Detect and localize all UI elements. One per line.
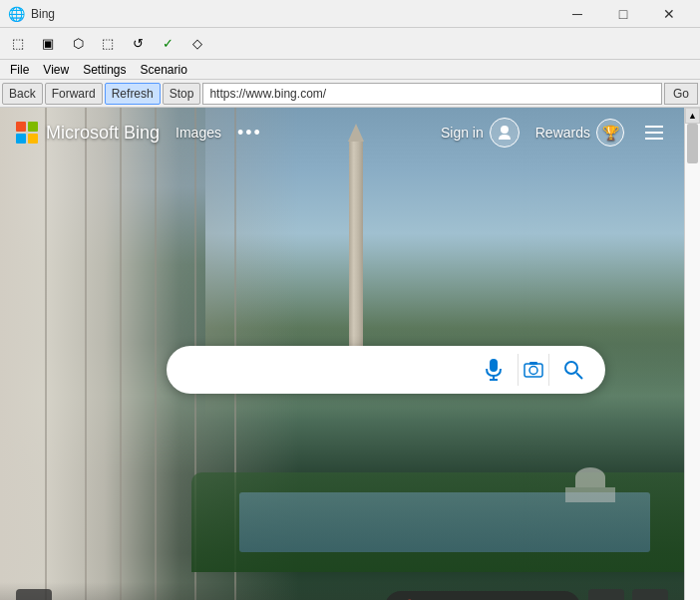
scroll-thumb[interactable] (687, 124, 698, 163)
bing-navbar: Microsoft Bing Images ••• Sign in Reward… (0, 108, 684, 157)
window-title: Bing (31, 7, 55, 21)
svg-point-8 (529, 367, 537, 375)
refresh-button[interactable]: Refresh (105, 83, 161, 105)
carousel-next-button[interactable]: › (632, 589, 668, 600)
close-button[interactable]: ✕ (646, 0, 692, 28)
bing-page: Microsoft Bing Images ••• Sign in Reward… (0, 108, 684, 600)
logo-green (28, 122, 38, 132)
forward-button[interactable]: Forward (45, 83, 103, 105)
sign-in-button[interactable]: Sign in (441, 118, 520, 148)
search-icon (563, 360, 583, 380)
microphone-button[interactable] (478, 354, 510, 386)
icon-btn-7[interactable]: ◇ (183, 30, 211, 58)
svg-rect-3 (645, 138, 663, 140)
scroll-track[interactable] (685, 124, 700, 600)
search-button[interactable] (557, 354, 589, 386)
logo-yellow (28, 134, 38, 144)
user-icon (497, 125, 513, 141)
images-link[interactable]: Images (175, 125, 221, 141)
icon-btn-3[interactable]: ⬡ (64, 30, 92, 58)
logo-blue (16, 134, 26, 144)
search-bar (167, 346, 605, 394)
rewards-button[interactable]: Rewards 🏆 (535, 119, 624, 147)
title-bar: 🌐 Bing ─ □ ✕ (0, 0, 700, 28)
svg-rect-9 (529, 362, 537, 365)
go-button[interactable]: Go (664, 83, 698, 105)
search-bar-container (167, 346, 605, 394)
svg-line-11 (576, 373, 582, 379)
window-icon: 🌐 (8, 6, 25, 22)
menu-file[interactable]: File (4, 60, 35, 80)
bing-logo-text: Microsoft Bing (46, 123, 160, 144)
icon-btn-4[interactable]: ⬚ (94, 30, 122, 58)
icon-btn-6[interactable]: ✓ (154, 30, 181, 58)
sign-in-label: Sign in (441, 125, 484, 141)
back-button[interactable]: Back (2, 83, 43, 105)
address-input[interactable] (202, 83, 662, 105)
logo-red (16, 122, 26, 132)
microsoft-logo (16, 122, 38, 144)
hamburger-icon (645, 126, 663, 140)
search-input[interactable] (182, 361, 470, 379)
icon-btn-1[interactable]: ⬚ (4, 30, 32, 58)
capitol-area (565, 467, 615, 502)
menu-settings[interactable]: Settings (77, 60, 132, 80)
menu-bar: File View Settings Scenario (0, 60, 700, 80)
svg-rect-2 (645, 132, 663, 134)
avatar-circle (490, 118, 520, 148)
hamburger-button[interactable] (640, 119, 668, 147)
menu-view[interactable]: View (37, 60, 75, 80)
minimize-button[interactable]: ─ (554, 0, 600, 28)
presidents-day-badge[interactable]: 📍 Happy Presidents Day (385, 591, 580, 600)
rewards-icon: 🏆 (596, 119, 624, 147)
svg-point-10 (565, 362, 577, 374)
scroll-down-button[interactable]: ∨ (16, 589, 52, 600)
scroll-up-button[interactable]: ▲ (685, 108, 700, 124)
svg-point-0 (501, 126, 509, 134)
rewards-label: Rewards (535, 125, 590, 141)
image-search-button[interactable] (518, 354, 549, 386)
microphone-icon (485, 359, 503, 381)
svg-rect-1 (645, 126, 663, 128)
nav-dots[interactable]: ••• (237, 123, 262, 144)
title-bar-left: 🌐 Bing (8, 6, 55, 22)
icon-bar: ⬚ ▣ ⬡ ⬚ ↺ ✓ ◇ (0, 28, 700, 60)
stop-button[interactable]: Stop (163, 83, 201, 105)
scrollbar: ▲ ▼ (684, 108, 700, 600)
icon-btn-2[interactable]: ▣ (34, 30, 62, 58)
address-bar-row: Back Forward Refresh Stop Go (0, 80, 700, 108)
bing-logo: Microsoft Bing (16, 122, 160, 144)
maximize-button[interactable]: □ (600, 0, 646, 28)
svg-rect-4 (490, 359, 498, 372)
browser-content: Microsoft Bing Images ••• Sign in Reward… (0, 108, 700, 600)
bottom-bar: ∨ 📍 Happy Presidents Day ‹ › (0, 582, 684, 600)
menu-scenario[interactable]: Scenario (135, 60, 193, 80)
icon-btn-5[interactable]: ↺ (124, 30, 152, 58)
carousel-prev-button[interactable]: ‹ (588, 589, 624, 600)
title-controls: ─ □ ✕ (554, 0, 692, 28)
camera-icon (524, 360, 543, 380)
